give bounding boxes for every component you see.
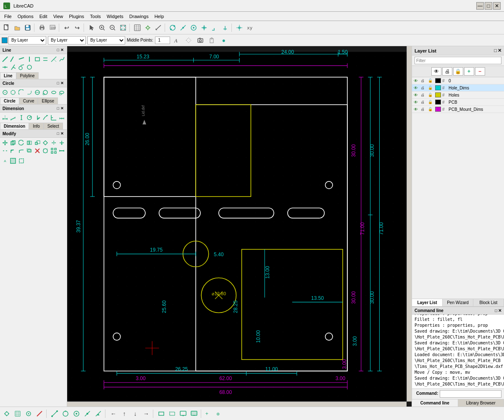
drawing-area[interactable]: 15.23 7.00 24.00 1.50 26.00 39.37 30.00 … (67, 46, 412, 407)
snap-center-bt[interactable] (71, 409, 81, 419)
text-tool[interactable]: A (1, 157, 9, 165)
layer-visible-icon[interactable]: 👁 (414, 86, 420, 90)
menu-item-help[interactable]: Help (152, 13, 167, 20)
layer-print-all[interactable]: 🖨 (442, 67, 452, 76)
mod-section-close[interactable]: ✕ (60, 131, 64, 136)
menu-item-options[interactable]: Options (15, 13, 36, 20)
layer-visible-icon[interactable]: 👁 (414, 100, 420, 105)
horizontal-scrollbar[interactable] (67, 402, 407, 407)
circle-dia-tool[interactable] (34, 89, 41, 96)
grid-toggle-button[interactable] (132, 23, 142, 33)
menu-item-plugins[interactable]: Plugins (66, 13, 87, 20)
dim-radius-tool[interactable] (26, 114, 33, 121)
layer-visible-icon[interactable]: 👁 (414, 107, 420, 112)
close-button[interactable]: ✕ (493, 2, 501, 10)
layer-name-select[interactable]: By Layer (8, 36, 46, 45)
ellipse-arc-tool[interactable] (58, 89, 66, 96)
offset-tool[interactable] (26, 147, 33, 155)
layer-row[interactable]: 👁 🖨 🔓 # Hole_Dims (412, 84, 504, 92)
panel-tab-block-list[interactable]: Block List (473, 299, 504, 306)
dim-aligned-tool[interactable] (9, 114, 17, 121)
menu-item-tools[interactable]: Tools (87, 13, 103, 20)
tangent-tool[interactable] (18, 63, 25, 71)
relative-zero-button[interactable] (234, 23, 244, 33)
new-button[interactable] (2, 23, 12, 33)
circle-3pt-tool[interactable] (9, 89, 17, 96)
bisector-tool[interactable] (50, 55, 58, 63)
tab-ellipse[interactable]: Ellipse (38, 97, 58, 104)
hatch-fill-tool[interactable] (9, 157, 17, 165)
menu-item-widgets[interactable]: Widgets (104, 13, 126, 20)
trim-tool[interactable] (50, 139, 58, 147)
select-button[interactable] (87, 23, 97, 33)
export-button[interactable]: DXF (47, 23, 58, 33)
redo-button[interactable]: ↪ (72, 23, 82, 33)
horizontal-line-tool[interactable] (18, 55, 25, 63)
dim-section-close[interactable]: ✕ (60, 106, 64, 111)
measure-button[interactable] (153, 23, 163, 33)
layer-visible-all[interactable]: 👁 (431, 67, 441, 76)
layer-panel-close[interactable]: ✕ (498, 48, 501, 53)
layer-lock-icon[interactable]: 🔓 (428, 107, 434, 111)
snap-extra-btn[interactable] (24, 409, 34, 419)
layer-row[interactable]: 👁 🖨 🔓 # 0 (412, 77, 504, 84)
zoom-in-button[interactable] (97, 23, 107, 33)
layer-print-icon[interactable]: 🖨 (421, 93, 427, 97)
scale-tool[interactable] (34, 139, 41, 147)
circle-center-tool[interactable] (1, 89, 9, 96)
ellipse-tool-sm[interactable] (50, 89, 58, 96)
restrict-ortho-button[interactable] (210, 23, 220, 33)
copy-tool[interactable] (9, 139, 17, 147)
layer-row[interactable]: 👁 🖨 🔓 # PCB (412, 99, 504, 106)
layer-print-icon[interactable]: 🖨 (421, 107, 427, 111)
layer-lock-all[interactable]: 🔒 (453, 67, 463, 76)
snap-nearest-bt[interactable] (93, 409, 103, 419)
dot-button[interactable]: ● (219, 35, 229, 45)
layer-add[interactable]: + (464, 67, 474, 76)
snap-center-button[interactable] (189, 23, 199, 33)
snap-toggle-btn[interactable] (34, 409, 45, 419)
parallel-line-tool[interactable] (42, 55, 49, 63)
layer-row[interactable]: 👁 🖨 🔓 # Holes (412, 92, 504, 99)
line-width-select[interactable]: By Layer (48, 36, 86, 45)
arrow-down-btn[interactable]: ↓ (130, 409, 140, 419)
arrow-left-btn[interactable]: ← (108, 409, 118, 419)
select-monitor-btn[interactable] (178, 409, 188, 419)
vertical-line-tool[interactable] (26, 55, 33, 63)
layer-visible-icon[interactable]: 👁 (414, 79, 420, 83)
zoom-out-button[interactable] (108, 23, 118, 33)
dim-ord-tool[interactable] (50, 114, 58, 121)
frame-select-tool[interactable] (18, 157, 25, 165)
dim-section-expand[interactable]: □ (57, 106, 60, 111)
menu-item-view[interactable]: View (51, 13, 66, 20)
fillet-tool[interactable] (9, 147, 17, 155)
panel-tab-pen-wizard[interactable]: Pen Wizard (443, 299, 473, 306)
arrow-right-btn[interactable]: → (141, 409, 151, 419)
restrict-angle-button[interactable] (220, 23, 230, 33)
delete-tool[interactable] (34, 147, 41, 155)
snap-on-entity-bt[interactable] (60, 409, 71, 419)
line-tool[interactable] (1, 55, 9, 63)
maximize-button[interactable]: □ (485, 2, 492, 10)
menu-item-drawings[interactable]: Drawings (127, 13, 151, 20)
dim-angular-tool[interactable] (34, 114, 41, 121)
select-monitor2-btn[interactable] (189, 409, 199, 419)
freehand-tool[interactable] (58, 55, 66, 63)
minimize-button[interactable]: — (476, 2, 484, 10)
circle-section-expand[interactable]: □ (57, 81, 60, 86)
snap-grid-btn[interactable] (13, 409, 23, 419)
snapshot-button[interactable] (195, 35, 205, 45)
tab-curve[interactable]: Curve (19, 97, 38, 104)
plus2-snap-btn[interactable]: ⊕ (215, 409, 225, 419)
rect-tool[interactable] (34, 55, 41, 63)
rotate-tool[interactable] (18, 139, 25, 147)
layer-print-icon[interactable]: 🖨 (421, 100, 427, 104)
select-rect2-btn[interactable] (167, 409, 177, 419)
layer-lock-icon[interactable]: 🔓 (428, 100, 434, 104)
extend-tool[interactable] (58, 139, 66, 147)
tab-line[interactable]: Line (0, 72, 16, 79)
layer-lock-icon[interactable]: 🔓 (428, 86, 434, 90)
arc2-tool[interactable] (26, 89, 33, 96)
paste-button[interactable] (207, 35, 217, 45)
snap-button[interactable] (143, 23, 153, 33)
